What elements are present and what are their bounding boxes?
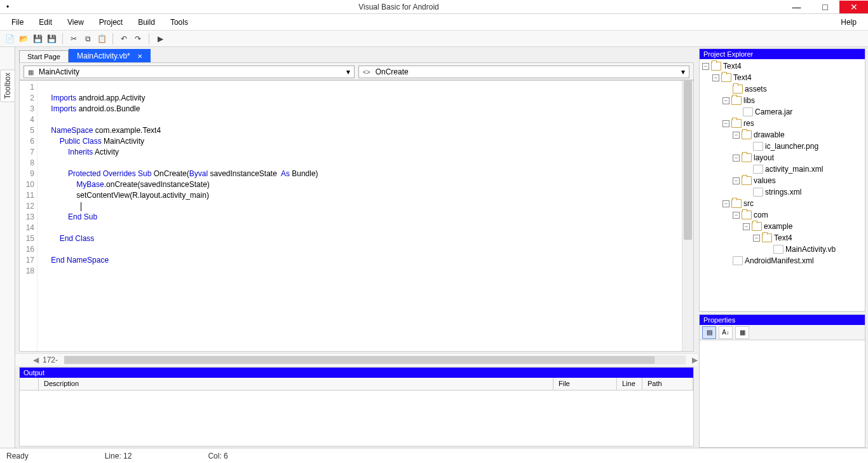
menubar: File Edit View Project Build Tools Help [0, 14, 868, 31]
method-dropdown[interactable]: <>OnCreate ▾ [358, 66, 689, 78]
collapse-icon[interactable]: − [722, 200, 729, 207]
folder-icon [762, 233, 772, 242]
chevron-down-icon: ▾ [346, 67, 350, 76]
toolbox-strip[interactable]: Toolbox [0, 47, 15, 448]
menu-file[interactable]: File [4, 15, 31, 29]
code-editor[interactable]: 123 456 789 101112 131415 161718 Imports… [19, 80, 694, 352]
new-file-icon[interactable]: 📄 [4, 33, 15, 45]
output-panel: Output Description File Line Path [19, 367, 694, 446]
alphabetical-icon[interactable]: A↓ [719, 326, 733, 339]
folder-icon [733, 85, 743, 93]
text-cursor [81, 202, 81, 211]
close-button[interactable]: ✕ [839, 1, 868, 13]
menu-tools[interactable]: Tools [163, 15, 196, 29]
categorized-icon[interactable]: ▤ [702, 326, 716, 339]
titlebar: • Visual Basic for Android — □ ✕ [0, 0, 868, 14]
file-icon [753, 188, 763, 197]
collapse-icon[interactable]: − [722, 97, 729, 104]
nav-right-icon[interactable]: ▶ [692, 356, 698, 364]
properties-panel: Properties ▤ A↓ ▦ [699, 314, 865, 448]
col-description[interactable]: Description [39, 378, 553, 390]
toolbox-label: Toolbox [0, 69, 15, 102]
project-explorer-header: Project Explorer [700, 49, 865, 59]
folder-icon [721, 73, 731, 82]
collapse-icon[interactable]: − [712, 74, 719, 81]
footer-marker: 172- [43, 356, 58, 364]
menu-edit[interactable]: Edit [31, 15, 60, 29]
window-title: Visual Basic for Android [15, 3, 782, 11]
output-header: Output [20, 368, 693, 378]
col-icon[interactable] [20, 378, 39, 390]
app-icon: • [0, 3, 15, 11]
folder-icon [742, 130, 752, 139]
file-icon [773, 245, 783, 254]
method-icon: <> [363, 69, 370, 76]
folder-icon [752, 222, 762, 231]
save-icon[interactable]: 💾 [32, 33, 43, 45]
collapse-icon[interactable]: − [702, 63, 709, 70]
nav-left-icon[interactable]: ◀ [33, 356, 39, 364]
file-icon [753, 165, 763, 174]
collapse-icon[interactable]: − [733, 155, 740, 162]
collapse-icon[interactable]: − [733, 177, 740, 184]
file-icon [743, 107, 753, 116]
folder-icon [742, 211, 752, 219]
navigation-bar: ▦MainActivity ▾ <>OnCreate ▾ [19, 62, 694, 80]
folder-icon [731, 96, 742, 105]
line-gutter: 123 456 789 101112 131415 161718 [20, 81, 37, 351]
close-tab-icon[interactable]: ✕ [137, 53, 142, 60]
output-columns: Description File Line Path [20, 378, 693, 390]
method-dropdown-label: OnCreate [376, 67, 409, 76]
project-explorer-panel: Project Explorer −Text4 −Text4 assets −l… [699, 48, 865, 312]
collapse-icon[interactable]: − [753, 235, 760, 242]
minimize-button[interactable]: — [782, 1, 811, 13]
save-all-icon[interactable]: 💾 [46, 33, 57, 45]
statusbar: Ready Line: 12 Col: 6 [0, 448, 868, 463]
chevron-down-icon: ▾ [681, 67, 685, 76]
col-file[interactable]: File [553, 378, 617, 390]
folder-icon [742, 153, 752, 162]
property-pages-icon[interactable]: ▦ [735, 326, 749, 339]
tab-start-page[interactable]: Start Page [19, 50, 69, 62]
collapse-icon[interactable]: − [743, 223, 750, 230]
status-ready: Ready [6, 452, 29, 460]
menu-view[interactable]: View [60, 15, 92, 29]
menu-build[interactable]: Build [130, 15, 163, 29]
folder-icon [731, 199, 742, 208]
status-line: Line: 12 [105, 452, 132, 460]
tab-label: MainActivity.vb* [77, 52, 130, 60]
col-path[interactable]: Path [642, 378, 693, 390]
properties-toolbar: ▤ A↓ ▦ [700, 325, 865, 340]
output-body [20, 390, 693, 446]
run-icon[interactable]: ▶ [154, 33, 166, 45]
project-tree[interactable]: −Text4 −Text4 assets −libs Camera.jar −r… [700, 59, 865, 311]
maximize-button[interactable]: □ [811, 1, 839, 13]
horizontal-scrollbar[interactable] [64, 356, 686, 364]
redo-icon[interactable]: ↷ [132, 33, 144, 45]
copy-icon[interactable]: ⧉ [82, 33, 93, 45]
status-col: Col: 6 [208, 452, 227, 460]
editor-footer: ◀ 172- ▶ [15, 353, 698, 366]
toolbar: 📄 📂 💾 💾 ✂ ⧉ 📋 ↶ ↷ ▶ [0, 31, 868, 47]
folder-icon [711, 62, 721, 71]
file-icon [753, 142, 763, 151]
class-icon: ▦ [28, 69, 34, 76]
col-line[interactable]: Line [617, 378, 642, 390]
class-dropdown-label: MainActivity [39, 67, 79, 76]
menu-help[interactable]: Help [833, 15, 864, 29]
class-dropdown[interactable]: ▦MainActivity ▾ [24, 66, 355, 78]
vertical-scrollbar[interactable] [682, 81, 693, 351]
collapse-icon[interactable]: − [733, 132, 740, 139]
file-icon [733, 256, 743, 265]
open-icon[interactable]: 📂 [18, 33, 29, 45]
document-tabs: Start Page MainActivity.vb* ✕ [15, 48, 698, 62]
collapse-icon[interactable]: − [733, 212, 740, 219]
cut-icon[interactable]: ✂ [68, 33, 79, 45]
menu-project[interactable]: Project [92, 15, 130, 29]
properties-body [700, 340, 865, 447]
undo-icon[interactable]: ↶ [118, 33, 130, 45]
tab-mainactivity[interactable]: MainActivity.vb* ✕ [69, 49, 151, 62]
paste-icon[interactable]: 📋 [96, 33, 107, 45]
collapse-icon[interactable]: − [722, 120, 729, 127]
code-area[interactable]: Imports android.app.Activity Imports and… [37, 81, 682, 351]
